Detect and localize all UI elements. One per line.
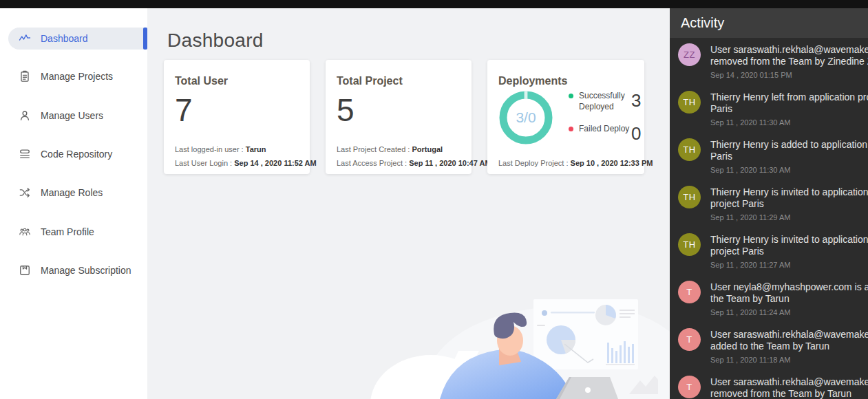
avatar: TH bbox=[678, 91, 701, 114]
activity-timestamp: Sep 11 , 2020 11:29 AM bbox=[710, 213, 868, 222]
sidebar-item-manage-projects[interactable]: Manage Projects bbox=[8, 65, 147, 87]
activity-message: project Paris bbox=[710, 198, 868, 210]
activity-timestamp: Sep 11 , 2020 11:30 AM bbox=[710, 166, 868, 174]
team-icon bbox=[18, 225, 32, 239]
donut-center-label: 3/0 bbox=[498, 90, 553, 145]
sidebar-item-team-profile[interactable]: Team Profile bbox=[8, 221, 147, 243]
activity-item: TH Thierry Henry is invited to applicati… bbox=[670, 228, 868, 275]
activity-panel: Activity ZZ User saraswathi.rekhala@wave… bbox=[670, 8, 868, 399]
activity-timestamp: Sep 11 , 2020 11:18 AM bbox=[710, 356, 868, 364]
activity-message: Thierry Henry is added to application pr… bbox=[710, 139, 868, 151]
avatar: TH bbox=[678, 138, 701, 161]
footer-value: Sep 10 , 2020 12:33 PM bbox=[571, 159, 653, 167]
activity-message: Paris bbox=[710, 103, 868, 115]
total-user-value: 7 bbox=[175, 94, 299, 126]
activity-timestamp: Sep 11 , 2020 11:30 AM bbox=[710, 118, 868, 127]
avatar: T bbox=[678, 328, 701, 351]
legend-row-success: Successfully Deployed 3 bbox=[569, 90, 641, 112]
shuffle-icon bbox=[18, 186, 32, 200]
activity-message: Thierry Henry is invited to application bbox=[710, 234, 868, 246]
footer-label: Last Project Created : bbox=[337, 145, 410, 153]
sidebar-item-manage-users[interactable]: Manage Users bbox=[8, 105, 147, 127]
activity-message: removed from the Team by Tarun bbox=[710, 388, 868, 399]
activity-panel-title: Activity bbox=[670, 8, 868, 38]
legend-row-failed: Failed Deploy 0 bbox=[569, 123, 641, 142]
sidebar-item-label: Dashboard bbox=[41, 33, 88, 44]
sidebar-item-manage-subscription[interactable]: Manage Subscription bbox=[8, 259, 147, 281]
last-project-created: Last Project Created : Portugal bbox=[337, 145, 463, 153]
sidebar: Dashboard Manage Projects Manage Users C… bbox=[0, 8, 147, 399]
red-dot-icon bbox=[569, 127, 573, 131]
activity-list[interactable]: ZZ User saraswathi.rekhala@wavemaker.com… bbox=[670, 38, 868, 399]
avatar: T bbox=[678, 281, 701, 303]
footer-value: Sep 11 , 2020 10:47 AM bbox=[409, 159, 491, 167]
last-user-login: Last User Login : Sep 14 , 2020 11:52 AM bbox=[175, 159, 301, 167]
success-count: 3 bbox=[631, 91, 641, 109]
activity-message: User neyla8@myhashpower.com is added to bbox=[710, 281, 868, 293]
footer-label: Last Deploy Project : bbox=[498, 159, 569, 167]
deployments-donut-chart: 3/0 bbox=[498, 90, 553, 145]
total-user-card: Total User 7 Last logged-in user : Tarun… bbox=[164, 60, 310, 174]
activity-message: the Team by Tarun bbox=[710, 293, 868, 305]
footer-value: Tarun bbox=[246, 145, 266, 153]
activity-icon bbox=[18, 32, 32, 45]
failed-count: 0 bbox=[631, 125, 641, 142]
avatar: ZZ bbox=[678, 43, 701, 66]
main-content: Dashboard Total User 7 Last logged-in us… bbox=[147, 8, 670, 399]
user-icon bbox=[18, 109, 32, 122]
dashboard-illustration bbox=[147, 282, 670, 399]
page-title: Dashboard bbox=[167, 30, 264, 52]
subscription-icon bbox=[18, 263, 32, 277]
deployments-card: Deployments 3/0 Successfully Deployed bbox=[487, 60, 644, 174]
activity-message: User saraswathi.rekhala@wavemaker.com is bbox=[710, 329, 868, 341]
activity-item: TH Thierry Henry is invited to applicati… bbox=[670, 180, 868, 228]
activity-message: User saraswathi.rekhala@wavemaker.com bbox=[710, 376, 868, 388]
avatar: TH bbox=[678, 233, 701, 256]
activity-timestamp: Sep 11 , 2020 11:27 AM bbox=[710, 261, 868, 269]
footer-value: Portugal bbox=[412, 145, 443, 153]
sidebar-item-code-repository[interactable]: Code Repository bbox=[8, 143, 147, 165]
sidebar-item-dashboard[interactable]: Dashboard bbox=[8, 28, 147, 50]
app-window: Dashboard Manage Projects Manage Users C… bbox=[0, 0, 868, 399]
activity-message: added to the Team by Tarun bbox=[710, 341, 868, 352]
footer-label: Last logged-in user : bbox=[175, 145, 244, 153]
footer-label: Last Access Project : bbox=[337, 159, 407, 167]
deployments-legend: Successfully Deployed 3 Failed Deploy 0 bbox=[569, 90, 641, 153]
sidebar-item-label: Manage Subscription bbox=[41, 265, 131, 276]
green-dot-icon bbox=[569, 94, 573, 98]
card-title: Deployments bbox=[498, 75, 633, 87]
sidebar-item-label: Code Repository bbox=[41, 149, 112, 160]
legend-label: Failed Deploy bbox=[579, 123, 631, 134]
activity-message: removed from the Team by Zinedine Zidane bbox=[710, 56, 868, 67]
summary-cards: Total User 7 Last logged-in user : Tarun… bbox=[164, 60, 644, 174]
activity-item: ZZ User saraswathi.rekhala@wavemaker.com… bbox=[670, 38, 868, 85]
activity-message: Thierry Henry left from application proj… bbox=[710, 91, 868, 103]
last-logged-in-user: Last logged-in user : Tarun bbox=[175, 145, 301, 153]
activity-item: T User neyla8@myhashpower.com is added t… bbox=[670, 275, 868, 323]
sidebar-item-label: Team Profile bbox=[41, 226, 94, 237]
activity-message: project Paris bbox=[710, 246, 868, 257]
activity-item: T User saraswathi.rekhala@wavemaker.com … bbox=[670, 370, 868, 399]
last-access-project: Last Access Project : Sep 11 , 2020 10:4… bbox=[337, 159, 463, 167]
whiteboard bbox=[533, 299, 638, 369]
avatar: T bbox=[678, 376, 701, 398]
card-title: Total Project bbox=[337, 75, 461, 87]
activity-timestamp: Sep 11 , 2020 11:24 AM bbox=[710, 308, 868, 316]
activity-message: Paris bbox=[710, 151, 868, 162]
activity-timestamp: Sep 14 , 2020 01:15 PM bbox=[710, 71, 868, 79]
activity-item: T User saraswathi.rekhala@wavemaker.com … bbox=[670, 323, 868, 370]
sidebar-item-label: Manage Users bbox=[41, 110, 103, 121]
sidebar-item-manage-roles[interactable]: Manage Roles bbox=[8, 182, 147, 204]
top-bar bbox=[0, 0, 868, 8]
footer-value: Sep 14 , 2020 11:52 AM bbox=[234, 159, 316, 167]
activity-message: Thierry Henry is invited to application bbox=[710, 186, 868, 198]
activity-message: User saraswathi.rekhala@wavemaker.com bbox=[710, 44, 868, 56]
sidebar-item-label: Manage Roles bbox=[41, 187, 103, 198]
total-project-card: Total Project 5 Last Project Created : P… bbox=[326, 60, 472, 174]
card-title: Total User bbox=[175, 75, 299, 87]
sidebar-item-label: Manage Projects bbox=[41, 71, 113, 82]
clipboard-icon bbox=[18, 69, 32, 83]
activity-item: TH Thierry Henry is added to application… bbox=[670, 133, 868, 180]
footer-label: Last User Login : bbox=[175, 159, 232, 167]
last-deploy-project: Last Deploy Project : Sep 10 , 2020 12:3… bbox=[498, 159, 636, 167]
